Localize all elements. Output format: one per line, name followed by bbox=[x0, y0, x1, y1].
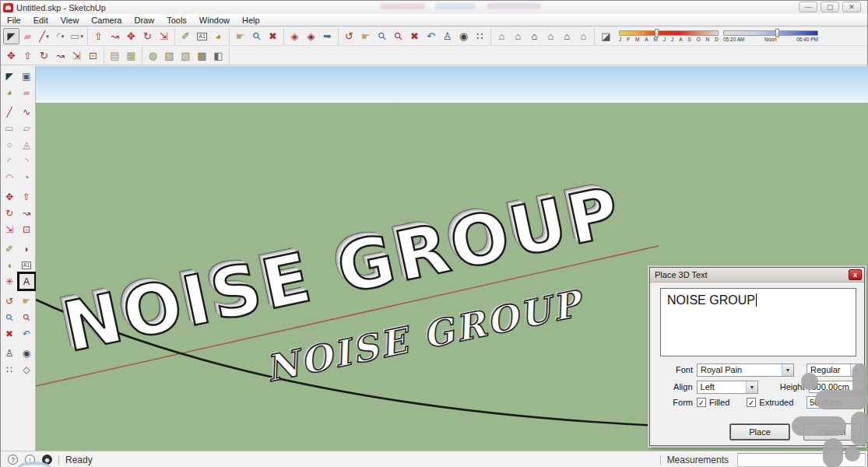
orbit-icon[interactable]: ↺ bbox=[2, 293, 17, 308]
view-iso-icon[interactable]: ⌂ bbox=[494, 28, 510, 44]
zoom-window-icon[interactable]: ⚲ bbox=[390, 28, 406, 44]
line-icon[interactable]: ╱▾ bbox=[36, 28, 52, 44]
select-icon[interactable]: ◤ bbox=[3, 28, 19, 44]
smoove-icon[interactable]: ◍ bbox=[145, 47, 161, 64]
eraser-icon[interactable]: ▰ bbox=[19, 85, 34, 100]
view-left-icon[interactable]: ⌂ bbox=[575, 28, 592, 44]
dialog-title-bar[interactable]: Place 3D Text bbox=[650, 268, 864, 283]
view-back-icon[interactable]: ⌂ bbox=[559, 28, 575, 44]
line-icon[interactable]: ╱ bbox=[2, 104, 17, 119]
follow-me-icon[interactable]: ↝ bbox=[19, 205, 34, 220]
dropdown-arrow-icon[interactable]: ▾ bbox=[61, 33, 65, 40]
pan-icon[interactable]: ☛ bbox=[19, 293, 34, 308]
rectangle-icon[interactable]: ▭▾ bbox=[69, 28, 85, 44]
protractor-icon[interactable]: ◗ bbox=[19, 241, 34, 256]
menu-view[interactable]: View bbox=[54, 15, 86, 26]
scale-icon[interactable]: ⇲ bbox=[2, 222, 17, 237]
shadow-time-slider[interactable]: 05:20 AMNoon06:40 PM bbox=[723, 30, 818, 42]
sandbox-from-contours-icon[interactable]: ▤ bbox=[107, 47, 123, 64]
rotate-icon[interactable]: ↻ bbox=[2, 205, 17, 220]
zoom-icon[interactable]: ⚲ bbox=[374, 28, 390, 44]
copy-component-icon[interactable]: ➥ bbox=[319, 28, 336, 44]
geolocation-icon[interactable]: ? bbox=[8, 455, 18, 465]
offset-icon[interactable]: ⊡ bbox=[19, 222, 34, 237]
zoom-previous-icon[interactable]: ↶ bbox=[423, 28, 439, 44]
filled-checkbox[interactable]: ✓ bbox=[697, 398, 706, 407]
scale-icon[interactable]: ⇲ bbox=[156, 28, 172, 44]
maximize-button[interactable]: ▢ bbox=[821, 2, 839, 12]
stamp-icon[interactable]: ▧ bbox=[161, 47, 177, 64]
push-pull-icon[interactable]: ⇧ bbox=[19, 189, 34, 204]
walk-icon[interactable]: ∷ bbox=[2, 362, 17, 377]
make-component-icon[interactable]: ◈ bbox=[286, 28, 303, 44]
polygon-icon[interactable]: ◬ bbox=[19, 137, 34, 152]
text-icon[interactable]: A1 bbox=[19, 258, 34, 272]
3d-text-input[interactable]: NOISE GROUP bbox=[660, 288, 856, 356]
three-point-arc-icon[interactable]: ◠ bbox=[2, 170, 17, 184]
zoom-extents-icon[interactable]: ✖ bbox=[406, 28, 423, 44]
zoom-extents-icon[interactable]: ✖ bbox=[2, 326, 17, 341]
look-around-icon[interactable]: ◉ bbox=[455, 28, 472, 44]
select-icon[interactable]: ◤ bbox=[2, 68, 17, 83]
menu-camera[interactable]: Camera bbox=[85, 15, 128, 26]
paint-bucket-icon[interactable]: ◕ bbox=[210, 28, 227, 44]
move-icon[interactable]: ✥ bbox=[2, 189, 17, 204]
dimension-text-icon[interactable]: A1 bbox=[194, 28, 210, 44]
menu-file[interactable]: File bbox=[1, 15, 27, 26]
rotate-2-icon[interactable]: ↻ bbox=[36, 47, 52, 64]
dropdown-arrow-icon[interactable]: ▾ bbox=[80, 33, 83, 40]
zoom-extents-small-icon[interactable]: ✖ bbox=[265, 28, 281, 44]
circle-icon[interactable]: ○ bbox=[2, 137, 17, 152]
align-select[interactable]: Left▼ bbox=[697, 381, 758, 394]
view-top-icon[interactable]: ⌂ bbox=[510, 28, 526, 44]
walk-icon[interactable]: ∷ bbox=[472, 28, 488, 44]
pie-icon[interactable]: ◔ bbox=[19, 170, 34, 184]
menu-window[interactable]: Window bbox=[193, 15, 236, 26]
menu-draw[interactable]: Draw bbox=[128, 15, 160, 26]
flip-edge-icon[interactable]: ◧ bbox=[210, 47, 227, 64]
drape-icon[interactable]: ▨ bbox=[177, 47, 194, 64]
arc-icon[interactable]: ◜▾ bbox=[52, 28, 69, 44]
zoom-icon[interactable]: ⚲ bbox=[2, 310, 17, 325]
arc-icon[interactable]: ◜ bbox=[2, 153, 17, 168]
look-around-icon[interactable]: ◉ bbox=[19, 346, 34, 360]
dropdown-arrow-icon[interactable]: ▾ bbox=[46, 33, 49, 40]
rotated-rectangle-icon[interactable]: ▱ bbox=[19, 121, 34, 135]
protractor-green-icon[interactable]: ◖ bbox=[2, 258, 17, 272]
sandbox-from-scratch-icon[interactable]: ▦ bbox=[123, 47, 139, 64]
position-camera-icon[interactable]: ♙ bbox=[2, 346, 17, 360]
place-button[interactable]: Place bbox=[729, 423, 790, 441]
section-plane-icon[interactable]: ◇ bbox=[19, 362, 34, 377]
shadow-time-slider-thumb[interactable] bbox=[775, 29, 779, 37]
font-select[interactable]: Royal Pain▼ bbox=[697, 363, 794, 377]
3d-text-icon[interactable]: A bbox=[19, 274, 34, 289]
menu-edit[interactable]: Edit bbox=[27, 15, 54, 26]
pan-small-icon[interactable]: ☛ bbox=[232, 28, 248, 44]
two-point-arc-icon[interactable]: ◝ bbox=[19, 153, 34, 168]
tape-measure-icon[interactable]: ✐ bbox=[2, 241, 17, 256]
minimize-button[interactable]: — bbox=[799, 2, 817, 12]
push-pull-2-icon[interactable]: ⇧ bbox=[19, 47, 36, 64]
axes-icon[interactable]: ✳ bbox=[2, 274, 17, 289]
zoom-small-icon[interactable]: ⚲ bbox=[248, 28, 265, 44]
orbit-icon[interactable]: ↺ bbox=[341, 28, 357, 44]
position-camera-icon[interactable]: ♙ bbox=[439, 28, 455, 44]
view-front-icon[interactable]: ⌂ bbox=[526, 28, 543, 44]
add-detail-icon[interactable]: ▩ bbox=[194, 47, 210, 64]
rotate-icon[interactable]: ↻ bbox=[139, 28, 156, 44]
scale-2-icon[interactable]: ⇲ bbox=[69, 47, 85, 64]
close-button[interactable]: ✕ bbox=[842, 2, 861, 12]
chevron-down-icon[interactable]: ▼ bbox=[746, 381, 757, 393]
eraser-icon[interactable]: ▰ bbox=[19, 28, 36, 44]
view-right-icon[interactable]: ⌂ bbox=[543, 28, 559, 44]
freehand-icon[interactable]: ∿ bbox=[19, 104, 34, 119]
extruded-checkbox[interactable]: ✓ bbox=[747, 398, 756, 407]
rectangle-icon[interactable]: ▭ bbox=[2, 121, 17, 135]
follow-me-2-icon[interactable]: ↝ bbox=[52, 47, 69, 64]
component-options-icon[interactable]: ◈ bbox=[303, 28, 319, 44]
dialog-close-icon[interactable]: x bbox=[849, 269, 862, 280]
offset-icon[interactable]: ⊡ bbox=[85, 47, 101, 64]
tape-measure-icon[interactable]: ✐ bbox=[177, 28, 194, 44]
move-icon[interactable]: ✥ bbox=[123, 28, 139, 44]
shadows-toggle-icon[interactable]: ◪ bbox=[598, 28, 614, 44]
